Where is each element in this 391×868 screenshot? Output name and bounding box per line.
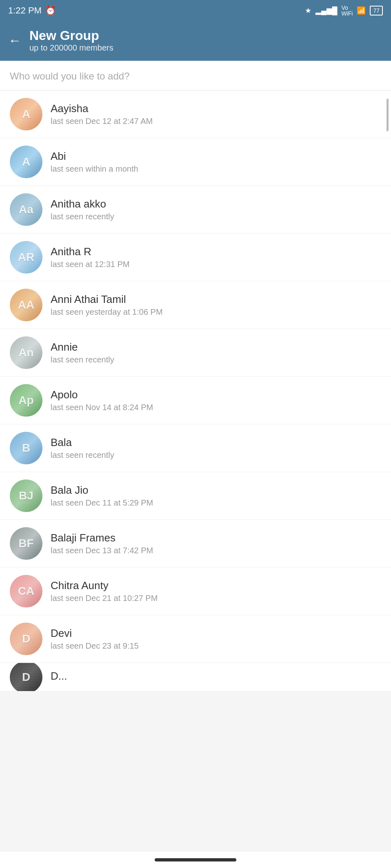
avatar: A bbox=[10, 146, 42, 178]
avatar: Aa bbox=[10, 193, 42, 226]
contact-item[interactable]: ApApololast seen Nov 14 at 8:24 PM bbox=[0, 377, 391, 424]
contact-name: Abi bbox=[51, 150, 381, 163]
contact-item[interactable]: ARAnitha Rlast seen at 12:31 PM bbox=[0, 234, 391, 281]
contact-status: last seen Dec 13 at 7:42 PM bbox=[51, 546, 381, 555]
contact-info: Abilast seen within a month bbox=[51, 150, 381, 174]
avatar: CA bbox=[10, 575, 42, 607]
avatar-initials: A bbox=[22, 108, 30, 121]
avatar: AA bbox=[10, 289, 42, 321]
avatar-initials: AA bbox=[18, 298, 34, 311]
contact-name: Annie bbox=[51, 341, 381, 353]
battery-icon: 77 bbox=[370, 6, 383, 15]
contact-status: last seen recently bbox=[51, 355, 381, 364]
avatar-initials: A bbox=[22, 155, 30, 168]
contact-info: Chitra Auntylast seen Dec 21 at 10:27 PM bbox=[51, 579, 381, 603]
avatar-initials: BF bbox=[18, 537, 33, 550]
contact-info: Bala Jiolast seen Dec 11 at 5:29 PM bbox=[51, 484, 381, 508]
contact-item[interactable]: BFBalaji Frameslast seen Dec 13 at 7:42 … bbox=[0, 520, 391, 568]
signal-icon: ▂▄▆█ bbox=[315, 6, 338, 15]
avatar-initials: AR bbox=[18, 251, 34, 264]
prompt-section: Who would you like to add? bbox=[0, 61, 391, 91]
contact-item[interactable]: DD... bbox=[0, 663, 391, 691]
contact-name: Apolo bbox=[51, 389, 381, 401]
contact-info: Anitha Rlast seen at 12:31 PM bbox=[51, 245, 381, 269]
contact-item[interactable]: DDevilast seen Dec 23 at 9:15 bbox=[0, 615, 391, 663]
contact-item[interactable]: BBalalast seen recently bbox=[0, 424, 391, 472]
avatar: D bbox=[10, 623, 42, 655]
contact-item[interactable]: AAAnni Athai Tamillast seen yesterday at… bbox=[0, 281, 391, 329]
page-title: New Group bbox=[29, 28, 113, 43]
status-time-area: 1:22 PM ⏰ bbox=[8, 5, 56, 16]
contact-status: last seen Dec 21 at 10:27 PM bbox=[51, 594, 381, 603]
wifi-icon: 📶 bbox=[357, 6, 366, 15]
contact-status: last seen Nov 14 at 8:24 PM bbox=[51, 403, 381, 412]
contact-status: last seen within a month bbox=[51, 164, 381, 174]
home-indicator bbox=[155, 858, 236, 861]
contact-name: Chitra Aunty bbox=[51, 579, 381, 592]
status-icons: ★ ▂▄▆█ VoWiFi 📶 77 bbox=[305, 5, 383, 16]
header: ← New Group up to 200000 members bbox=[0, 21, 391, 61]
contact-status: last seen recently bbox=[51, 451, 381, 460]
contact-name: Bala bbox=[51, 436, 381, 449]
contact-name: Anitha akko bbox=[51, 198, 381, 210]
contact-info: Devilast seen Dec 23 at 9:15 bbox=[51, 627, 381, 651]
avatar: B bbox=[10, 432, 42, 464]
avatar: Ap bbox=[10, 384, 42, 417]
contact-status: last seen Dec 12 at 2:47 AM bbox=[51, 117, 381, 126]
page-subtitle: up to 200000 members bbox=[29, 43, 113, 53]
contact-name: Bala Jio bbox=[51, 484, 381, 497]
contact-info: Aayishalast seen Dec 12 at 2:47 AM bbox=[51, 102, 381, 126]
contact-name: Anitha R bbox=[51, 245, 381, 258]
contact-item[interactable]: AAayishalast seen Dec 12 at 2:47 AM bbox=[0, 91, 391, 138]
contact-status: last seen at 12:31 PM bbox=[51, 260, 381, 269]
contact-info: Anni Athai Tamillast seen yesterday at 1… bbox=[51, 293, 381, 317]
contact-status: last seen yesterday at 1:06 PM bbox=[51, 307, 381, 317]
avatar-initials: B bbox=[22, 442, 30, 455]
avatar-initials: CA bbox=[18, 585, 34, 598]
bluetooth-icon: ★ bbox=[305, 6, 311, 15]
avatar: BF bbox=[10, 527, 42, 560]
status-time: 1:22 PM bbox=[8, 5, 42, 16]
avatar-initials: Ap bbox=[18, 394, 33, 407]
contact-info: Balaji Frameslast seen Dec 13 at 7:42 PM bbox=[51, 532, 381, 555]
avatar: AR bbox=[10, 241, 42, 274]
avatar-initials: D bbox=[22, 632, 30, 645]
contact-name: Balaji Frames bbox=[51, 532, 381, 544]
contact-info: Annielast seen recently bbox=[51, 341, 381, 364]
contact-item[interactable]: CAChitra Auntylast seen Dec 21 at 10:27 … bbox=[0, 568, 391, 615]
avatar: An bbox=[10, 336, 42, 369]
avatar: D bbox=[10, 663, 42, 691]
vowifi-icon: VoWiFi bbox=[341, 5, 353, 16]
avatar-initials: BJ bbox=[19, 489, 33, 502]
contact-info: D... bbox=[51, 670, 381, 684]
contact-name: Aayisha bbox=[51, 102, 381, 115]
avatar: BJ bbox=[10, 479, 42, 512]
contact-item[interactable]: BJBala Jiolast seen Dec 11 at 5:29 PM bbox=[0, 472, 391, 520]
alarm-icon: ⏰ bbox=[45, 5, 56, 16]
contact-item[interactable]: AaAnitha akkolast seen recently bbox=[0, 186, 391, 234]
back-button[interactable]: ← bbox=[8, 34, 21, 47]
avatar-initials: Aa bbox=[19, 203, 33, 216]
contact-name: D... bbox=[51, 670, 381, 682]
contact-list: AAayishalast seen Dec 12 at 2:47 AMAAbil… bbox=[0, 91, 391, 691]
contact-item[interactable]: AAbilast seen within a month bbox=[0, 138, 391, 186]
status-bar: 1:22 PM ⏰ ★ ▂▄▆█ VoWiFi 📶 77 bbox=[0, 0, 391, 21]
avatar-initials: An bbox=[18, 346, 33, 359]
contact-info: Apololast seen Nov 14 at 8:24 PM bbox=[51, 389, 381, 412]
contact-name: Anni Athai Tamil bbox=[51, 293, 381, 306]
contact-name: Devi bbox=[51, 627, 381, 640]
contact-info: Balalast seen recently bbox=[51, 436, 381, 460]
contact-status: last seen Dec 23 at 9:15 bbox=[51, 641, 381, 651]
contact-status: last seen Dec 11 at 5:29 PM bbox=[51, 498, 381, 508]
avatar: A bbox=[10, 98, 42, 130]
contact-item[interactable]: AnAnnielast seen recently bbox=[0, 329, 391, 377]
avatar-initials: D bbox=[22, 671, 30, 684]
prompt-text: Who would you like to add? bbox=[10, 71, 130, 82]
contact-info: Anitha akkolast seen recently bbox=[51, 198, 381, 221]
contact-status: last seen recently bbox=[51, 212, 381, 221]
bottom-bar bbox=[0, 852, 391, 868]
header-title-area: New Group up to 200000 members bbox=[29, 28, 113, 53]
